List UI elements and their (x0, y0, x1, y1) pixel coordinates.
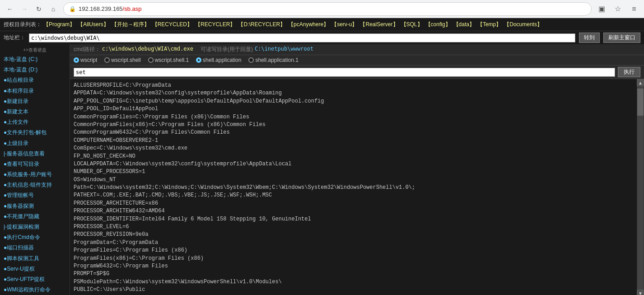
shell-info-bar: cmd路径： c:\windows\debug\WIA\cmd.exe 可读写目… (70, 44, 644, 55)
radio-shell-application-label: shell.application (203, 57, 241, 63)
dir-value: C:\inetpub\wwwroot (255, 46, 313, 53)
radio-shell-application[interactable]: shell.application (196, 57, 241, 63)
sidebar-item-servuftp-priv[interactable]: ●Serv-UFTP提权 (0, 274, 70, 285)
toolbar-item-allusers[interactable]: 【AllUsers】 (77, 20, 110, 29)
dir-info: 可读写目录(用于回显) C:\inetpub\wwwroot (201, 46, 313, 53)
sidebar-item-local-c[interactable]: 本地-蓝盘 (C:) (0, 54, 70, 65)
sidebar-item-admin-group[interactable]: ●管理组帐号 (0, 190, 70, 201)
sidebar-item-server-info[interactable]: |-服务器信息查看 (0, 149, 70, 159)
url-display: 192.168.239.165/sb.asp (79, 5, 586, 12)
sidebar-scroll-up[interactable]: +>查看硬盘 (0, 46, 70, 54)
bookmark-button[interactable]: ☆ (611, 3, 624, 15)
sidebar-item-host-info[interactable]: ●主机信息-组件支持 (0, 180, 70, 190)
content-area: cmd路径： c:\windows\debug\WIA\cmd.exe 可读写目… (70, 44, 644, 295)
toolbar-item-pcanywhere[interactable]: 【pcAnywhere】 (287, 20, 330, 29)
toolbar-item-recycled[interactable]: 【RECYCLED】 (151, 20, 193, 29)
sidebar-item-servu-priv[interactable]: ●Serv-U提权 (0, 264, 70, 274)
toolbar-item-sql[interactable]: 【SQL】 (400, 20, 424, 29)
sidebar-item-zombie[interactable]: ●不死僵尸隐藏 (0, 211, 70, 222)
sidebar-item-new-text[interactable]: ●新建文本 (0, 107, 70, 117)
cmd-path-value: c:\windows\debug\WIA\cmd.exe (102, 46, 193, 53)
radio-wscript-shell-1[interactable]: wscript.shell.1 (148, 57, 189, 63)
terminal-output: ALLUSERSPROFILE=C:\ProgramData APPDATA=C… (70, 79, 637, 295)
extensions-button[interactable]: ▣ (595, 3, 608, 15)
sidebar-item-local-d[interactable]: 本地-蓝盘 (D:) (0, 65, 70, 75)
addr-label: 地址栏： (4, 34, 25, 42)
toolbar-item-config[interactable]: 【config】 (425, 20, 452, 29)
sidebar-item-script-detect[interactable]: ●脚本探测工具 (0, 253, 70, 264)
radio-shell-application-1-circle (248, 57, 254, 63)
sidebar-item-prog-dir[interactable]: ●本程序目录 (0, 86, 70, 96)
right-scrollbar[interactable]: ▲ ▼ (637, 79, 644, 295)
sidebar-item-parent-dir[interactable]: ●上级目录 (0, 138, 70, 149)
toolbar-item-documents[interactable]: 【Documents】 (503, 20, 543, 29)
sidebar-item-writable-dir[interactable]: ●查看可写目录 (0, 159, 70, 169)
refresh-button[interactable]: ↻ (33, 3, 45, 15)
radio-wscript[interactable]: wscript (74, 57, 97, 63)
sidebar-item-site-root[interactable]: ●站点根目录 (0, 75, 70, 85)
sidebar: +>查看硬盘 本地-蓝盘 (C:) 本地-蓝盘 (D:) ●站点根目录 ●本程序… (0, 44, 70, 295)
radio-wscript-shell-1-circle (148, 57, 154, 63)
home-button[interactable]: ⌂ (47, 3, 60, 15)
command-row: 执行 (70, 66, 644, 79)
radio-shell-application-1[interactable]: shell.application.1 (248, 57, 298, 63)
exec-button[interactable]: 执行 (618, 67, 640, 77)
toolbar-item-program[interactable]: 【Program】 (42, 20, 76, 29)
addr-input[interactable] (29, 33, 575, 42)
main-layout: +>查看硬盘 本地-蓝盘 (C:) 本地-蓝盘 (D:) ●站点根目录 ●本程序… (0, 44, 644, 295)
address-row: 地址栏： 转到 刷新主窗口 (0, 31, 644, 44)
browser-address-bar[interactable]: 🔒 192.168.239.165/sb.asp (63, 2, 592, 16)
browser-chrome: ← → ↻ ⌂ 🔒 192.168.239.165/sb.asp ▣ ☆ ≡ (0, 0, 644, 18)
forward-button[interactable]: → (18, 3, 31, 15)
radio-wscript-circle (74, 57, 79, 63)
toolbar-item-recycler[interactable]: 【RECYCLER】 (194, 20, 236, 29)
toolbar-item-servu[interactable]: 【serv-u】 (331, 20, 358, 29)
terminal-section: ALLUSERSPROFILE=C:\ProgramData APPDATA=C… (70, 79, 644, 295)
radio-row: wscript wscript.shell wscript.shell.1 sh… (70, 55, 644, 66)
sidebar-item-port-scan[interactable]: ●端口扫描器 (0, 243, 70, 253)
sidebar-item-new-dir[interactable]: ●新建目录 (0, 96, 70, 107)
radio-wscript-shell-label: wscript.shell (111, 57, 140, 63)
back-button[interactable]: ← (4, 3, 16, 15)
scrollbar-thumb[interactable] (637, 89, 644, 116)
radio-shell-application-1-label: shell.application.1 (255, 57, 298, 63)
radio-shell-application-circle (196, 57, 201, 63)
nav-buttons: ← → ↻ ⌂ (4, 3, 60, 15)
toolbar-prefix: 授权目录列表： (4, 21, 42, 28)
scroll-down-btn[interactable]: ▼ (637, 290, 644, 295)
menu-button[interactable]: ≡ (628, 3, 640, 15)
security-icon: 🔒 (69, 6, 76, 12)
top-toolbar: 授权目录列表： 【Program】 【AllUsers】 【开始→程序】 【RE… (0, 18, 644, 31)
sidebar-item-exec-cmd[interactable]: ●执行Cmd命令 (0, 232, 70, 243)
sidebar-item-vuln-detect[interactable]: |-提权漏洞检测 (0, 222, 70, 232)
goto-button[interactable]: 转到 (579, 33, 600, 43)
scrollbar-track[interactable] (637, 86, 644, 290)
toolbar-item-d-recycler[interactable]: 【D:\RECYCLER】 (237, 20, 286, 29)
radio-wscript-shell-circle (104, 57, 110, 63)
sidebar-item-wmi-remote[interactable]: ●WMI远程执行命令 (0, 285, 70, 295)
toolbar-item-start[interactable]: 【开始→程序】 (111, 20, 150, 29)
command-input[interactable] (74, 68, 615, 77)
sidebar-item-server-detect[interactable]: ●服务器探测 (0, 201, 70, 211)
browser-action-buttons: ▣ ☆ ≡ (595, 3, 640, 15)
refresh-main-button[interactable]: 刷新主窗口 (603, 33, 640, 43)
dir-label: 可读写目录(用于回显) (201, 46, 253, 53)
scroll-up-btn[interactable]: ▲ (637, 79, 644, 86)
toolbar-item-realserver[interactable]: 【RealServer】 (359, 20, 399, 29)
sidebar-item-upload[interactable]: ●上传文件 (0, 117, 70, 127)
toolbar-item-data[interactable]: 【data】 (453, 20, 476, 29)
sidebar-item-pack[interactable]: ●文件夹打包-解包 (0, 127, 70, 138)
toolbar-item-temp[interactable]: 【Temp】 (476, 20, 502, 29)
cmd-path-label: cmd路径： (74, 46, 100, 53)
radio-wscript-label: wscript (80, 57, 97, 63)
sidebar-item-sys-service[interactable]: ●系统服务-用户账号 (0, 169, 70, 180)
cmd-path-info: cmd路径： c:\windows\debug\WIA\cmd.exe (74, 46, 193, 53)
radio-wscript-shell[interactable]: wscript.shell (104, 57, 140, 63)
radio-wscript-shell-1-label: wscript.shell.1 (155, 57, 189, 63)
